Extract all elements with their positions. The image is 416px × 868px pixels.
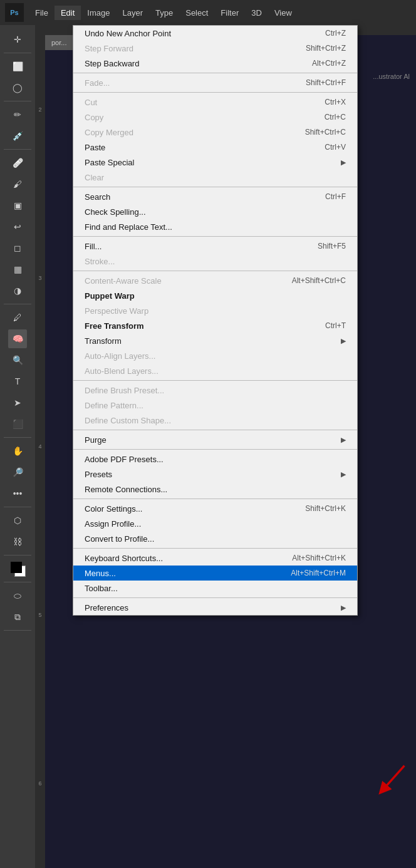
menu-view[interactable]: View: [268, 6, 298, 20]
ellipse-tool-icon[interactable]: ⬭: [8, 586, 27, 605]
preferences-label: Preferences: [85, 603, 128, 612]
menu-item-color-settings[interactable]: Color Settings... Shift+Ctrl+K: [73, 501, 357, 516]
more-tools-icon[interactable]: •••: [8, 484, 27, 503]
menu-image[interactable]: Image: [81, 6, 116, 20]
menu-edit[interactable]: Edit: [55, 6, 81, 20]
separator-11: [73, 597, 357, 598]
menu-item-stroke[interactable]: Stroke...: [73, 254, 357, 269]
foreground-color-icon[interactable]: [8, 559, 27, 578]
stroke-label: Stroke...: [85, 257, 115, 266]
menu-item-search[interactable]: Search Ctrl+F: [73, 189, 357, 204]
ruler-num-2: 2: [38, 106, 41, 113]
menu-item-find-replace[interactable]: Find and Replace Text...: [73, 219, 357, 234]
healing-tool-icon[interactable]: 🩹: [8, 153, 27, 172]
type-tool-icon[interactable]: T: [8, 372, 27, 391]
menu-item-check-spelling[interactable]: Check Spelling...: [73, 204, 357, 219]
menu-item-free-transform[interactable]: Free Transform Ctrl+T: [73, 318, 357, 333]
define-shape-label: Define Custom Shape...: [85, 416, 171, 425]
menu-item-preferences[interactable]: Preferences ▶: [73, 600, 357, 615]
preferences-arrow: ▶: [341, 604, 346, 612]
menu-3d[interactable]: 3D: [245, 6, 268, 20]
menu-item-assign-profile[interactable]: Assign Profile...: [73, 516, 357, 531]
direct-selection-icon[interactable]: ➤: [8, 393, 27, 412]
fill-shortcut: Shift+F5: [318, 242, 346, 251]
menu-item-define-pattern[interactable]: Define Pattern...: [73, 398, 357, 413]
menu-item-content-aware-scale[interactable]: Content-Aware Scale Alt+Shift+Ctrl+C: [73, 273, 357, 288]
separator-9: [73, 499, 357, 499]
path-selection-icon[interactable]: 🔍: [8, 351, 27, 369]
eraser-tool-icon[interactable]: ◻: [8, 239, 27, 257]
marquee-tool-icon[interactable]: ⬜: [8, 57, 27, 76]
menu-select[interactable]: Select: [179, 6, 214, 20]
menu-file[interactable]: File: [29, 6, 55, 20]
copy-merged-shortcut: Shift+Ctrl+C: [305, 128, 346, 137]
menu-item-define-shape[interactable]: Define Custom Shape...: [73, 413, 357, 428]
history-brush-icon[interactable]: ↩: [8, 217, 27, 236]
menu-item-copy-merged[interactable]: Copy Merged Shift+Ctrl+C: [73, 125, 357, 140]
menu-item-define-brush[interactable]: Define Brush Preset...: [73, 383, 357, 398]
menu-item-adobe-pdf[interactable]: Adobe PDF Presets...: [73, 452, 357, 467]
menu-item-keyboard-shortcuts[interactable]: Keyboard Shortcuts... Alt+Shift+Ctrl+K: [73, 550, 357, 566]
menu-item-copy[interactable]: Copy Ctrl+C: [73, 110, 357, 125]
crop-tool-icon[interactable]: ✏: [8, 105, 27, 124]
free-transform-shortcut: Ctrl+T: [325, 321, 346, 330]
menu-item-toolbar[interactable]: Toolbar...: [73, 581, 357, 596]
eyedropper-tool-icon[interactable]: 💉: [8, 127, 27, 145]
app-logo: Ps: [5, 3, 24, 22]
menu-item-paste-special[interactable]: Paste Special ▶: [73, 155, 357, 170]
menu-item-paste[interactable]: Paste Ctrl+V: [73, 140, 357, 155]
menu-item-remote-connections[interactable]: Remote Connections...: [73, 482, 357, 497]
crop-tools: ✏ 💉: [4, 105, 31, 150]
menu-item-step-backward[interactable]: Step Backward Alt+Ctrl+Z: [73, 56, 357, 71]
pen-tool-icon[interactable]: 🖊: [8, 308, 27, 327]
step-backward-shortcut: Alt+Ctrl+Z: [312, 59, 346, 68]
gradient-tool-icon[interactable]: ▦: [8, 260, 27, 279]
menu-item-menus[interactable]: Menus... Alt+Shift+Ctrl+M: [73, 566, 357, 581]
lasso-tool-icon[interactable]: ◯: [8, 78, 27, 97]
remote-connections-label: Remote Connections...: [85, 485, 167, 494]
selection-tools: ⬜ ◯: [4, 57, 31, 101]
menu-filter[interactable]: Filter: [214, 6, 245, 20]
keyboard-shortcuts-shortcut: Alt+Shift+Ctrl+K: [292, 554, 346, 562]
canvas-tab[interactable]: por...: [45, 35, 73, 50]
menu-item-puppet-warp[interactable]: Puppet Warp: [73, 288, 357, 303]
ai-tool-icon[interactable]: 🧠: [8, 329, 27, 348]
menu-item-convert-profile[interactable]: Convert to Profile...: [73, 531, 357, 546]
stamp-tool-icon[interactable]: ▣: [8, 196, 27, 215]
separator-4: [73, 236, 357, 237]
menu-type[interactable]: Type: [149, 6, 179, 20]
layer-tool-icon[interactable]: ⬡: [8, 511, 27, 530]
fill-label: Fill...: [85, 242, 101, 251]
brush-tool-icon[interactable]: 🖌: [8, 175, 27, 194]
check-spelling-label: Check Spelling...: [85, 207, 146, 217]
move-tool-icon[interactable]: ✛: [8, 30, 27, 49]
artboard-icon[interactable]: ⧉: [8, 607, 27, 626]
link-layer-icon[interactable]: ⛓: [8, 532, 27, 551]
menu-layer[interactable]: Layer: [117, 6, 150, 20]
menu-item-undo[interactable]: Undo New Anchor Point Ctrl+Z: [73, 26, 357, 41]
find-replace-label: Find and Replace Text...: [85, 222, 172, 232]
menu-item-presets[interactable]: Presets ▶: [73, 467, 357, 482]
menu-item-purge[interactable]: Purge ▶: [73, 432, 357, 447]
content-aware-shortcut: Alt+Shift+Ctrl+C: [292, 276, 346, 285]
menu-item-step-forward[interactable]: Step Forward Shift+Ctrl+Z: [73, 41, 357, 56]
red-arrow-indicator: [372, 760, 410, 798]
menu-item-auto-align[interactable]: Auto-Align Layers...: [73, 348, 357, 363]
menu-item-fill[interactable]: Fill... Shift+F5: [73, 239, 357, 254]
shape-tool-icon[interactable]: ⬛: [8, 415, 27, 433]
auto-blend-label: Auto-Blend Layers...: [85, 366, 159, 376]
menu-item-cut[interactable]: Cut Ctrl+X: [73, 95, 357, 110]
color-tools: [4, 559, 31, 582]
color-settings-shortcut: Shift+Ctrl+K: [305, 504, 346, 513]
menu-item-auto-blend[interactable]: Auto-Blend Layers...: [73, 363, 357, 378]
menu-item-transform[interactable]: Transform ▶: [73, 333, 357, 348]
menus-shortcut: Alt+Shift+Ctrl+M: [291, 569, 346, 577]
menu-item-fade[interactable]: Fade... Shift+Ctrl+F: [73, 75, 357, 90]
menu-item-perspective-warp[interactable]: Perspective Warp: [73, 303, 357, 318]
keyboard-shortcuts-label: Keyboard Shortcuts...: [85, 554, 163, 563]
hand-tool-icon[interactable]: ✋: [8, 442, 27, 460]
cut-shortcut: Ctrl+X: [325, 98, 346, 106]
zoom-tool-icon[interactable]: 🔎: [8, 463, 27, 482]
menu-item-clear[interactable]: Clear: [73, 170, 357, 185]
dodge-tool-icon[interactable]: ◑: [8, 281, 27, 300]
